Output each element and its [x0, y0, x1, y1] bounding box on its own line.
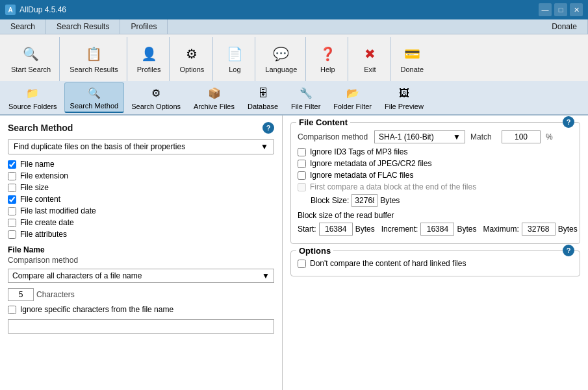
buffer-maximum-input[interactable] — [522, 223, 556, 236]
buffer-start-input[interactable] — [319, 223, 353, 236]
ribbon-group-donate: 💳 Donate — [392, 37, 432, 81]
file-attributes-checkbox[interactable] — [8, 230, 16, 239]
toolbar-folder-filter[interactable]: 📂 Folder Filter — [327, 82, 377, 113]
file-size-checkbox[interactable] — [8, 184, 16, 192]
checkbox-file-attributes: File attributes — [8, 230, 274, 239]
characters-label: Characters — [36, 290, 75, 299]
options-section: Options ? Don't compare the content of h… — [290, 250, 580, 276]
profiles-button[interactable]: 👤 Profiles — [133, 37, 166, 80]
tab-search[interactable]: Search — [0, 19, 46, 34]
help-button[interactable]: ❓ Help — [311, 37, 344, 80]
exit-icon: ✖ — [359, 43, 380, 64]
ribbon-group-search: 🔍 Start Search — [3, 37, 60, 81]
search-options-icon: ⚙ — [148, 86, 164, 101]
log-button[interactable]: 📄 Log — [218, 37, 251, 80]
file-content-checkbox[interactable] — [8, 195, 16, 204]
toolbar-search-options[interactable]: ⚙ Search Options — [125, 82, 186, 113]
ignore-id3-row: Ignore ID3 Tags of MP3 files — [298, 147, 573, 156]
buffer-maximum-unit: Bytes — [558, 225, 578, 234]
file-extension-checkbox[interactable] — [8, 172, 16, 180]
file-name-checkbox[interactable] — [8, 160, 16, 169]
main-content: Search Method ? Find duplicate files on … — [0, 116, 588, 390]
archive-files-label: Archive Files — [194, 103, 235, 110]
search-options-label: Search Options — [131, 103, 181, 110]
ribbon-group-exit: ✖ Exit — [350, 37, 390, 81]
start-search-button[interactable]: 🔍 Start Search — [6, 37, 55, 80]
block-size-input[interactable] — [352, 194, 377, 207]
search-method-dropdown[interactable]: Find duplicate files on the basis of the… — [8, 139, 274, 154]
ignore-id3-label: Ignore ID3 Tags of MP3 files — [310, 147, 408, 156]
tab-profiles[interactable]: Profiles — [120, 19, 168, 34]
characters-field: Characters — [8, 288, 274, 301]
options-help-icon[interactable]: ? — [563, 245, 574, 256]
match-unit: % — [546, 132, 553, 141]
tab-donate[interactable]: Donate — [541, 19, 588, 34]
options-label: Options — [179, 66, 204, 73]
language-icon: 💬 — [271, 43, 292, 64]
hard-linked-checkbox[interactable] — [298, 260, 306, 268]
options-button[interactable]: ⚙ Options — [175, 37, 209, 80]
log-label: Log — [229, 66, 240, 73]
toolbar-source-folders[interactable]: 📁 Source Folders — [3, 82, 63, 113]
file-preview-label: File Preview — [385, 103, 424, 110]
file-last-modified-checkbox[interactable] — [8, 207, 16, 215]
ignore-jpeg-checkbox[interactable] — [298, 160, 306, 168]
toolbar-file-preview[interactable]: 🖼 File Preview — [379, 82, 429, 113]
donate-button[interactable]: 💳 Donate — [396, 37, 428, 80]
ignore-characters-checkbox-row: Ignore specific characters from the file… — [8, 305, 274, 314]
first-compare-checkbox[interactable] — [298, 183, 306, 191]
ribbon-content: 🔍 Start Search 📋 Search Results 👤 Profil… — [0, 34, 588, 81]
buffer-start: Start: Bytes — [298, 223, 375, 236]
comparison-method-subtitle: Comparison method — [8, 256, 274, 265]
ignore-id3-checkbox[interactable] — [298, 148, 306, 156]
comparison-dropdown[interactable]: SHA-1 (160-Bit) ▼ — [374, 130, 465, 143]
ribbon-tabs: Search Search Results Profiles Donate — [0, 19, 588, 34]
first-compare-row: First compare a data block at the end of… — [298, 182, 573, 191]
buffer-maximum-label: Maximum: — [483, 225, 518, 234]
ignore-flac-label: Ignore metadata of FLAC files — [310, 171, 413, 180]
search-results-button[interactable]: 📋 Search Results — [65, 37, 123, 80]
right-panel: File Content ? Comparison method SHA-1 (… — [283, 116, 588, 390]
exit-button[interactable]: ✖ Exit — [353, 37, 386, 80]
help-label: Help — [320, 66, 335, 73]
tab-search-results[interactable]: Search Results — [46, 19, 120, 34]
comparison-method-field-label: Comparison method — [298, 132, 369, 141]
block-size-unit: Bytes — [380, 196, 400, 205]
block-size-label: Block Size: — [311, 196, 349, 205]
maximize-button[interactable]: □ — [554, 3, 567, 16]
block-size-row: Block Size: Bytes — [311, 194, 573, 207]
toolbar-file-filter[interactable]: 🔧 File Filter — [285, 82, 326, 113]
ribbon-group-profiles: 👤 Profiles — [129, 37, 170, 81]
ribbon-group-results: 📋 Search Results — [61, 37, 127, 81]
exit-label: Exit — [364, 66, 376, 73]
ignore-characters-input[interactable] — [8, 319, 274, 334]
characters-input[interactable] — [8, 288, 34, 301]
source-folders-icon: 📁 — [25, 86, 40, 101]
file-create-date-checkbox[interactable] — [8, 219, 16, 227]
ribbon-group-log: 📄 Log — [214, 37, 255, 81]
ignore-flac-checkbox[interactable] — [298, 171, 306, 180]
match-input[interactable] — [502, 130, 541, 143]
minimize-button[interactable]: — — [539, 3, 552, 16]
start-search-label: Start Search — [11, 66, 51, 73]
title-bar: A AllDup 4.5.46 — □ ✕ — [0, 0, 588, 19]
ignore-characters-checkbox[interactable] — [8, 306, 16, 314]
folder-filter-label: Folder Filter — [333, 103, 372, 110]
file-preview-icon: 🖼 — [396, 86, 412, 101]
buffer-increment-input[interactable] — [420, 223, 454, 236]
filename-comparison-dropdown[interactable]: Compare all characters of a file name ▼ — [8, 269, 274, 283]
checkbox-file-extension: File extension — [8, 171, 274, 180]
app-title: AllDup 4.5.46 — [19, 5, 66, 14]
toolbar-search-method[interactable]: 🔍 Search Method — [64, 82, 125, 113]
search-method-help-icon[interactable]: ? — [262, 122, 274, 134]
file-content-help-icon[interactable]: ? — [563, 116, 574, 128]
close-button[interactable]: ✕ — [570, 3, 583, 16]
file-last-modified-label: File last modified date — [20, 206, 96, 215]
archive-files-icon: 📦 — [207, 86, 222, 101]
toolbar-database[interactable]: 🗄 Database — [242, 82, 284, 113]
profiles-label: Profiles — [137, 66, 161, 73]
buffer-maximum: Maximum: Bytes — [483, 223, 577, 236]
options-icon: ⚙ — [181, 43, 202, 64]
language-button[interactable]: 💬 Language — [261, 37, 301, 80]
toolbar-archive-files[interactable]: 📦 Archive Files — [188, 82, 240, 113]
